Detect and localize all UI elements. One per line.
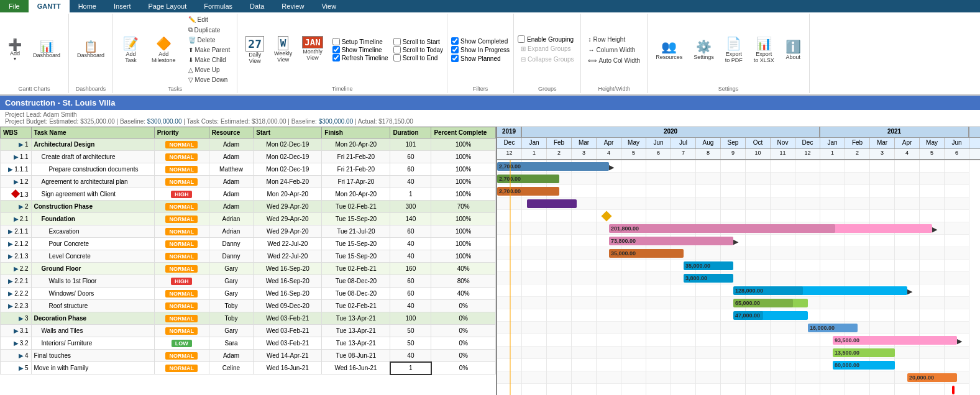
resources-button[interactable]: 👥 Resources — [651, 37, 687, 62]
about-button[interactable]: ℹ️ About — [781, 37, 805, 62]
show-planned-checkbox[interactable] — [451, 55, 459, 62]
duplicate-button[interactable]: ⧉ Duplicate — [185, 25, 234, 35]
cell-pct: 40% — [431, 288, 496, 300]
gantt-arrow: ▶ — [609, 163, 614, 171]
tab-gantt[interactable]: GANTT — [29, 0, 70, 12]
gantt-month-cell: Jun — [945, 138, 969, 148]
table-row[interactable]: ▶2.1.3Level ConcreteNORMALDannyWed 22-Ju… — [1, 250, 496, 263]
show-timeline-checkbox[interactable] — [332, 46, 340, 53]
edit-button[interactable]: ✏️ Edit — [185, 15, 234, 24]
project-budget: Project Budget: Estimated: $325,000.00 |… — [5, 118, 975, 125]
table-row[interactable]: ▶1.2Agreement to architectural planNORMA… — [1, 176, 496, 188]
tab-insert[interactable]: Insert — [105, 0, 140, 12]
cell-pct: 40% — [431, 263, 496, 275]
cell-finish: Tue 02-Feb-21 — [322, 300, 390, 312]
add-button[interactable]: ➕ Add ▼ — [4, 37, 26, 63]
scroll-to-end-item: Scroll to End — [393, 54, 443, 61]
table-row[interactable]: ▶3.1Walls and TilesNORMALGaryWed 03-Feb-… — [1, 325, 496, 337]
scroll-to-end-checkbox[interactable] — [393, 54, 401, 61]
cell-duration: 140 — [390, 213, 431, 225]
gantt-month-cell: Jul — [671, 138, 696, 148]
table-row[interactable]: ▶2Construction PhaseNORMALAdamWed 29-Apr… — [1, 201, 496, 213]
gantt-bar: 2,700.00 — [497, 175, 559, 183]
move-down-button[interactable]: ▽ Move Down — [185, 75, 234, 84]
export-xlsx-button[interactable]: 📊 Exportto XLSX — [749, 34, 779, 65]
about-icon: ℹ️ — [785, 39, 801, 54]
cell-start: Wed 16-Sep-20 — [254, 263, 322, 275]
collapse-groups-label: Collapse Groups — [528, 56, 574, 63]
table-row[interactable]: ▶1.1.1Prepare construction documentsNORM… — [1, 163, 496, 176]
tab-data[interactable]: Data — [241, 0, 273, 12]
table-row[interactable]: ▶2.1.1ExcavationNORMALAdrianWed 29-Apr-2… — [1, 225, 496, 238]
cell-start: Wed 29-Apr-20 — [254, 213, 322, 225]
auto-col-width-button[interactable]: ⟺ Auto Col Width — [585, 56, 643, 65]
cell-pct: 0% — [431, 350, 496, 362]
make-parent-button[interactable]: ⬆ Make Parent — [185, 45, 234, 55]
project-subheader: Project Lead: Adam Smith Project Budget:… — [0, 110, 980, 127]
cell-duration: 160 — [390, 263, 431, 275]
gantt-year-cell: 2021 — [820, 127, 969, 137]
cell-resource: Matthew — [209, 163, 254, 176]
table-row[interactable]: ▶3Decoration PhaseNORMALTobyWed 03-Feb-2… — [1, 312, 496, 325]
table-row[interactable]: ▶2.2Ground FloorNORMALGaryWed 16-Sep-20T… — [1, 263, 496, 275]
tab-home[interactable]: Home — [70, 0, 105, 12]
gantt-bar-progress — [684, 274, 733, 283]
tab-review[interactable]: Review — [273, 0, 313, 12]
delete-button[interactable]: 🗑️ Delete — [185, 35, 234, 45]
show-in-progress-item: Show In Progress — [451, 46, 510, 53]
refresh-timeline-item: Refresh Timeline — [332, 54, 388, 61]
cell-pct: 0% — [431, 300, 496, 312]
enable-grouping-checkbox[interactable] — [518, 35, 525, 43]
cell-pct: 100% — [431, 213, 496, 225]
dashboard2-button[interactable]: 📋 Dashboard — [73, 39, 109, 60]
weekly-view-icon: W — [278, 36, 289, 50]
gantt-week-cell: 8 — [696, 149, 721, 159]
table-row[interactable]: ▶2.1FoundationNORMALAdrianWed 29-Apr-20T… — [1, 213, 496, 225]
gantt-grid-col — [795, 160, 820, 395]
ribbon-tabs: File GANTT Home Insert Page Layout Formu… — [0, 0, 980, 12]
refresh-timeline-checkbox[interactable] — [332, 54, 340, 61]
table-row[interactable]: ▶2.2.2Windows/ DoorsNORMALGaryWed 16-Sep… — [1, 288, 496, 300]
table-row[interactable]: ▶5Move in with FamilyNORMALCelineWed 16-… — [1, 362, 496, 375]
dashboard-button[interactable]: 📊 Dashboard — [29, 39, 65, 60]
export-pdf-button[interactable]: 📄 Exportto PDF — [721, 34, 747, 65]
tab-page-layout[interactable]: Page Layout — [139, 0, 195, 12]
tab-view[interactable]: View — [313, 0, 345, 12]
gantt-week-cell: 5 — [920, 149, 945, 159]
add-task-button[interactable]: 📝 AddTask — [117, 34, 145, 65]
gantt-week-cell: 3 — [572, 149, 597, 159]
table-row[interactable]: ▶1Architectural DesignNORMALAdamMon 02-D… — [1, 138, 496, 151]
show-timeline-item: Show Timeline — [332, 46, 388, 53]
scroll-to-today-checkbox[interactable] — [393, 46, 401, 53]
table-row[interactable]: ▶3.2Interiors/ FurnitureLOWSaraWed 03-Fe… — [1, 337, 496, 350]
settings-button[interactable]: ⚙️ Settings — [689, 37, 718, 62]
daily-view-button[interactable]: 27 DailyView — [241, 34, 268, 66]
gantt-month-cell: May — [920, 138, 945, 148]
table-row[interactable]: ▶1.1Create draft of architectureNORMALAd… — [1, 151, 496, 163]
tab-formulas[interactable]: Formulas — [195, 0, 241, 12]
table-row[interactable]: ▶2.2.1Walls to 1st FloorHIGHGaryWed 16-S… — [1, 275, 496, 288]
expand-groups-button[interactable]: ⊞ Expand Groups — [518, 44, 577, 53]
make-child-button[interactable]: ⬇ Make Child — [185, 55, 234, 65]
table-row[interactable]: ▶2.1.2Pour ConcreteNORMALDannyWed 22-Jul… — [1, 238, 496, 250]
gantt-bar-progress — [733, 299, 793, 307]
add-milestone-label: AddMilestone — [152, 51, 176, 63]
table-row[interactable]: 1.3Sign agreement with ClientHIGHAdamMon… — [1, 188, 496, 201]
weekly-view-button[interactable]: W WeeklyView — [270, 34, 296, 65]
tab-file[interactable]: File — [0, 0, 29, 12]
show-completed-checkbox[interactable] — [451, 37, 459, 45]
collapse-groups-button[interactable]: ⊟ Collapse Groups — [518, 55, 577, 64]
move-up-button[interactable]: △ Move Up — [185, 65, 234, 75]
gantt-grid-col — [771, 160, 795, 395]
show-in-progress-checkbox[interactable] — [451, 46, 459, 53]
setup-timeline-checkbox[interactable] — [332, 38, 340, 45]
task-body: ▶1Architectural DesignNORMALAdamMon 02-D… — [1, 138, 496, 375]
table-row[interactable]: ▶4Final touchesNORMALAdamWed 14-Apr-21Tu… — [1, 350, 496, 362]
auto-col-width-icon: ⟺ — [588, 57, 597, 64]
add-milestone-button[interactable]: 🔶 AddMilestone — [147, 34, 180, 65]
monthly-view-button[interactable]: JAN MonthlyView — [298, 34, 327, 63]
scroll-to-start-checkbox[interactable] — [393, 38, 401, 45]
row-height-button[interactable]: ↕ Row Height — [585, 35, 643, 44]
column-width-button[interactable]: ↔ Column Width — [585, 45, 643, 55]
table-row[interactable]: ▶2.2.3Roof structureNORMALTobyWed 09-Dec… — [1, 300, 496, 312]
